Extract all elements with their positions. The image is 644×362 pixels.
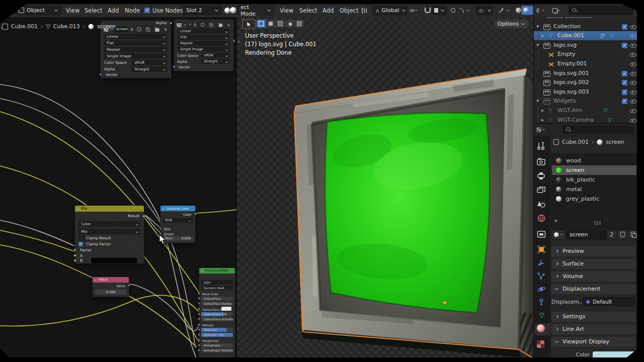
copy-material-button[interactable] <box>628 230 637 239</box>
snap-target-icon[interactable] <box>410 7 418 14</box>
slot-specials-button[interactable]: ▶ <box>555 219 557 223</box>
region-toggle-arrow[interactable]: › <box>1 24 3 31</box>
anisotropic-rotation-slider[interactable]: Anisotropic Rotation <box>201 348 233 352</box>
editor-type-properties-icon[interactable] <box>536 126 544 133</box>
outliner-search-input[interactable] <box>569 6 633 15</box>
mix-node[interactable]: Mix Result Color Mix Clamp Result ✓ Clam… <box>74 205 144 264</box>
tab-material[interactable] <box>537 324 547 334</box>
hide-eye-icon[interactable] <box>630 33 636 39</box>
breadcrumb-material[interactable]: screen <box>97 23 116 30</box>
exclude-checkbox[interactable]: ✓ <box>622 89 627 95</box>
mode-dropdown[interactable]: ect Mode <box>237 6 274 15</box>
panel-viewport-display[interactable]: Viewport Display <box>551 337 635 347</box>
visibility-dropdown[interactable] <box>476 6 493 15</box>
slot-dropdown[interactable]: Slot 2 <box>183 6 222 15</box>
outliner-row-wgt-aim[interactable]: ▶ ▽ WGT-Aim ▽ <box>533 106 637 115</box>
open-button[interactable] <box>153 26 162 33</box>
subsurface-radius-field[interactable]: Subsurface Radius <box>201 302 233 306</box>
pivot-point-dropdown[interactable] <box>432 6 447 15</box>
menu-node[interactable]: Node <box>125 4 140 17</box>
divider[interactable] <box>236 17 237 357</box>
extension-dropdown[interactable]: Repeat <box>178 41 230 46</box>
panel-line-art[interactable]: Line Art <box>551 324 635 334</box>
vp-menu-object[interactable]: Object <box>340 4 358 17</box>
menu-select[interactable]: Select <box>85 4 102 17</box>
outliner-row-wgt-camera[interactable]: ▶ ▽ WGT-Camera ▽ <box>533 116 637 124</box>
hide-eye-icon[interactable] <box>630 61 636 67</box>
tab-render[interactable] <box>537 158 547 168</box>
projection-dropdown[interactable]: Flat <box>178 35 230 40</box>
tab-modifiers[interactable] <box>537 258 547 268</box>
subsurface-slider[interactable]: Subsurface <box>201 297 233 301</box>
hide-eye-icon[interactable] <box>630 70 636 76</box>
vp-menu-select[interactable]: Select <box>299 4 317 17</box>
mix-data-type-dropdown[interactable]: Color <box>78 221 140 227</box>
panel-displacement[interactable]: Displacement <box>551 284 635 294</box>
expander-icon[interactable]: ▼ <box>536 41 539 50</box>
value-node-header[interactable]: Value <box>93 277 129 283</box>
outliner-row-logosvg[interactable]: ▼ logo.svg ✓ <box>533 41 637 50</box>
vp-menu-view[interactable]: View <box>280 4 293 17</box>
anisotropic-slider[interactable]: Anisotropic <box>201 343 233 347</box>
expander-icon[interactable]: ▼ <box>536 22 539 31</box>
displacement-method-dropdown[interactable]: Default <box>583 297 635 306</box>
hide-eye-icon[interactable] <box>630 79 636 85</box>
viewport-3d[interactable]: Options › <box>236 17 533 357</box>
outliner-row-widgets[interactable]: ▼ Widgets ✓ <box>533 97 637 106</box>
hide-eye-icon[interactable] <box>630 98 636 104</box>
expander-icon[interactable]: ▶ <box>541 106 544 115</box>
mix-blend-mode-dropdown[interactable]: Mix <box>78 229 140 234</box>
tab-tool[interactable] <box>537 142 547 152</box>
browse-material-button[interactable] <box>551 230 566 239</box>
outliner-filter-icon[interactable] <box>552 7 560 14</box>
interpolation-dropdown[interactable]: Linear <box>178 29 230 34</box>
alpha-mode-dropdown[interactable]: Straight <box>132 66 168 72</box>
hide-eye-icon[interactable] <box>630 51 636 57</box>
value-node[interactable]: Value Value 0.000 <box>92 277 129 297</box>
tab-view-layer[interactable] <box>537 186 547 196</box>
outliner-row-cube001[interactable]: ▶ ▽ Cube.001 ▽ <box>533 31 637 40</box>
divider[interactable] <box>533 17 534 357</box>
tab-output[interactable] <box>537 172 547 182</box>
fake-user-button[interactable] <box>199 22 206 28</box>
panel-volume[interactable]: Volume <box>551 272 635 282</box>
exclude-checkbox[interactable]: ✓ <box>622 80 627 85</box>
menu-view[interactable]: View <box>66 4 79 17</box>
breadcrumb-mesh[interactable]: Cube.013 <box>53 23 80 30</box>
expander-icon[interactable]: ▼ <box>536 97 539 106</box>
editor-type-outliner-icon[interactable] <box>536 7 544 14</box>
tab-world[interactable] <box>537 214 547 224</box>
tab-texture[interactable] <box>537 340 547 350</box>
clamp-factor-checkbox[interactable]: ✓ <box>78 242 83 246</box>
use-nodes-checkbox[interactable]: ✓ <box>144 8 150 13</box>
breadcrumb-material[interactable]: screen <box>606 139 624 145</box>
exclude-checkbox[interactable]: ✓ <box>622 71 627 76</box>
region-toggle-arrow[interactable]: › <box>233 37 235 44</box>
proportional-editing-icon[interactable] <box>360 7 368 14</box>
subsurface-color-swatch[interactable] <box>221 307 231 311</box>
breadcrumb-object[interactable]: Cube.001 <box>11 23 38 30</box>
combine-blue-slider[interactable]: Blue0.000 <box>163 236 193 241</box>
expander-icon[interactable]: ▶ <box>541 116 544 124</box>
tab-particles[interactable] <box>537 272 547 282</box>
exclude-checkbox[interactable]: ✓ <box>622 24 627 30</box>
unlink-button[interactable]: × <box>226 22 231 28</box>
value-slider[interactable]: 0.000 <box>95 290 126 295</box>
vp-menu-add[interactable]: Add <box>323 4 334 17</box>
panel-preview[interactable]: Preview <box>551 246 635 256</box>
mix-b-color-swatch[interactable] <box>91 257 137 264</box>
users-count[interactable]: 5 <box>192 22 197 28</box>
image-datablock[interactable]: TV_4K_normal 5 × <box>176 22 231 28</box>
tab-constraints[interactable] <box>537 298 547 308</box>
outliner-row-logosvg001[interactable]: logo.svg.001 ✓ <box>533 69 637 78</box>
proportional-dot-icon[interactable] <box>449 7 457 14</box>
snap-magnet-icon[interactable] <box>424 7 432 14</box>
slot-wood[interactable]: wood <box>552 156 636 165</box>
users-count[interactable]: 5 <box>129 26 134 33</box>
extension-dropdown[interactable]: Repeat <box>104 47 168 52</box>
copy-button[interactable] <box>207 22 215 28</box>
tv-model[interactable] <box>236 17 533 357</box>
exclude-checkbox[interactable]: ✓ <box>622 43 627 48</box>
menu-add[interactable]: Add <box>108 4 119 17</box>
falloff-dropdown[interactable] <box>457 6 472 15</box>
